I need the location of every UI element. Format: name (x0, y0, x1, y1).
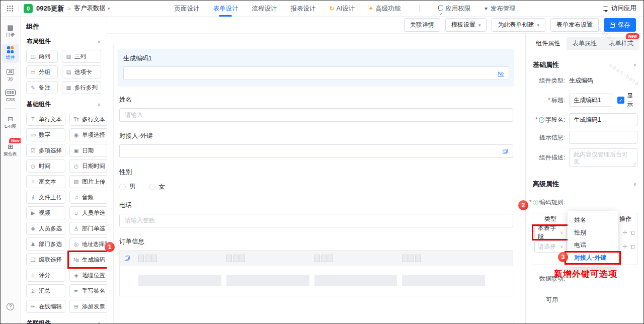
component-item-generate-code[interactable]: №生成编码 (69, 253, 107, 266)
component-item[interactable]: ◉单项选择 (69, 128, 107, 141)
component-item[interactable]: ✎备注 (26, 81, 58, 94)
move-icon[interactable]: ✛ (623, 244, 627, 250)
type-select-empty[interactable]: 请选择∨ (534, 240, 567, 253)
trash-icon[interactable] (630, 230, 635, 235)
component-item[interactable]: ◎地址选择器 (69, 237, 107, 251)
app-grid-icon[interactable] (7, 5, 13, 12)
component-item[interactable]: ◴日期时间 (69, 159, 107, 173)
dropdown-option[interactable]: 性别 (568, 226, 618, 239)
component-item[interactable]: ◈地理位置 (69, 269, 107, 282)
sidebar-item-css[interactable]: CSS CSS (2, 87, 19, 104)
component-item[interactable]: Σ汇总 (26, 284, 65, 297)
order-sub-table[interactable] (119, 250, 513, 296)
component-item[interactable]: ♫音频 (69, 191, 107, 204)
component-item[interactable]: ♙部门单选 (69, 222, 107, 235)
collapse-icon[interactable]: ∨ (633, 182, 636, 187)
phone-input[interactable]: 请输入整数 (119, 214, 513, 227)
collapse-icon[interactable]: ∧ (97, 39, 101, 44)
generate-code-input[interactable]: № (123, 66, 509, 80)
component-item[interactable]: ◷时间 (26, 159, 65, 173)
component-item[interactable]: ✏在线编辑 (26, 300, 65, 313)
tab-flow-design[interactable]: 流程设计 (252, 1, 277, 17)
sidebar-item-js[interactable]: JS JS (2, 66, 19, 84)
component-item[interactable]: ≡富文本 (26, 175, 65, 188)
type-select[interactable]: 本表字段∨ (534, 226, 567, 238)
field-phone[interactable]: 电话 请输入整数 (119, 201, 513, 227)
name-input[interactable]: 请输入 (119, 108, 513, 122)
radio-female[interactable]: 女 (149, 183, 166, 191)
description-textarea[interactable]: 此内容仅管理后台可见 (569, 148, 637, 167)
radio-male[interactable]: 男 (119, 183, 136, 191)
component-item[interactable]: ▦多行多列 (62, 81, 101, 94)
component-item[interactable]: ☑多项选择 (26, 144, 65, 157)
component-item[interactable]: ☺人员单选 (69, 206, 107, 219)
sidebar-item-components[interactable]: 组件 (2, 44, 19, 63)
show-checkbox[interactable]: ✓ (617, 97, 624, 104)
visit-app-button[interactable]: 访问应用 (603, 4, 636, 13)
sidebar-item-aggregate-table[interactable]: New ⊞ 聚合表 (2, 141, 19, 159)
component-item[interactable]: ♟部门多选 (26, 237, 65, 251)
component-item[interactable]: ▥三列 (62, 50, 101, 63)
tab-ai-design[interactable]: ↻AI设计 (329, 1, 355, 17)
section-related-components[interactable]: 关联组件 ∧ (27, 319, 101, 323)
form-design-area[interactable]: 生成编码1 № 姓名 请输入 对接人-外键 性别 (113, 45, 519, 323)
component-item[interactable]: ⊞添加发票 (69, 300, 107, 313)
title-input[interactable]: 生成编码1 (569, 94, 612, 107)
tip-input[interactable] (569, 131, 637, 144)
collapse-icon[interactable]: ∧ (97, 102, 101, 107)
dropdown-option-foreign-key[interactable]: 对接人-外键 (568, 252, 618, 264)
field-order-info[interactable]: 订单信息 (119, 237, 513, 296)
app-name[interactable]: 0925更新 (36, 4, 64, 13)
chevron-down-icon[interactable]: ▾ (108, 6, 110, 11)
create-for-form-button[interactable]: 为此表单创建▾ (492, 18, 545, 32)
template-settings-button[interactable]: 模板设置▾ (445, 18, 487, 32)
breadcrumb-page-name[interactable]: 客户表数据 (74, 4, 106, 13)
tab-form-props[interactable]: 表单属性 (567, 37, 603, 50)
relation-detail-button[interactable]: 关联详情 (404, 18, 440, 32)
field-generate-code-selected[interactable]: 生成编码1 № (118, 49, 514, 87)
tab-page-design[interactable]: 页面设计 (174, 1, 199, 17)
question-circle-icon[interactable]: ? (533, 200, 538, 205)
component-item[interactable]: ▣日期 (69, 144, 107, 157)
move-icon[interactable]: ✛ (623, 229, 627, 236)
collapse-icon[interactable]: ∧ (97, 321, 101, 324)
field-name[interactable]: 姓名 请输入 (119, 96, 513, 122)
section-layout-components[interactable]: 布局组件 ∧ (27, 37, 101, 46)
component-item[interactable]: ▤选项卡 (62, 65, 101, 78)
component-item[interactable]: ◫两列 (26, 50, 58, 63)
field-gender[interactable]: 性别 男 女 (119, 168, 513, 191)
contact-input[interactable] (119, 144, 513, 158)
field-contact-foreign-key[interactable]: 对接人-外键 (119, 132, 513, 158)
section-basic-props[interactable]: 基础属性 ∨ (533, 60, 636, 69)
dropdown-option[interactable]: 电话 (568, 239, 618, 252)
component-item[interactable]: T单行文本 (26, 113, 65, 126)
component-item[interactable]: ✒手写签名 (69, 284, 107, 297)
tab-app-permission[interactable]: 应用权限 (438, 1, 470, 17)
component-item[interactable]: 123数字 (26, 128, 65, 141)
component-item[interactable]: ▧图片上传 (69, 175, 107, 188)
component-item[interactable]: ∮文件上传 (26, 191, 65, 204)
sidebar-item-catalog[interactable]: ▤ 目录 (2, 22, 19, 40)
component-item[interactable]: ▭分组 (26, 65, 58, 78)
section-basic-components[interactable]: 基础组件 ∧ (27, 100, 101, 109)
tab-report-design[interactable]: 报表设计 (290, 1, 315, 17)
sidebar-item-er-diagram[interactable]: ⊟ E-R图 (2, 113, 19, 132)
dropdown-option[interactable]: 姓名 (568, 214, 618, 226)
tab-component-props[interactable]: 组件属性 (530, 37, 567, 50)
component-item[interactable]: ☆评分 (26, 269, 65, 282)
tab-advanced-features[interactable]: ✦高级功能 (368, 1, 400, 17)
component-item[interactable]: ▶视频 (26, 206, 65, 219)
field-name-input[interactable]: 生成编码1 (569, 113, 637, 126)
section-advanced-props[interactable]: 高级属性 ∨ (533, 180, 636, 189)
trash-icon[interactable] (630, 244, 635, 249)
question-circle-icon[interactable]: ? (539, 117, 544, 123)
collapse-icon[interactable]: ∨ (633, 62, 636, 67)
tab-publish-manage[interactable]: ➤发布管理 (484, 1, 515, 17)
component-item[interactable]: ☻人员多选 (26, 222, 65, 235)
tab-form-design[interactable]: 表单设计 (213, 1, 238, 17)
component-item[interactable]: ❏级联选择 (26, 253, 65, 266)
form-publish-settings-button[interactable]: 表单发布设置 (550, 18, 599, 32)
component-item[interactable]: Tт多行文本 (69, 113, 107, 126)
save-button[interactable]: 保存 (604, 18, 636, 32)
help-icon[interactable]: ? (7, 303, 14, 310)
